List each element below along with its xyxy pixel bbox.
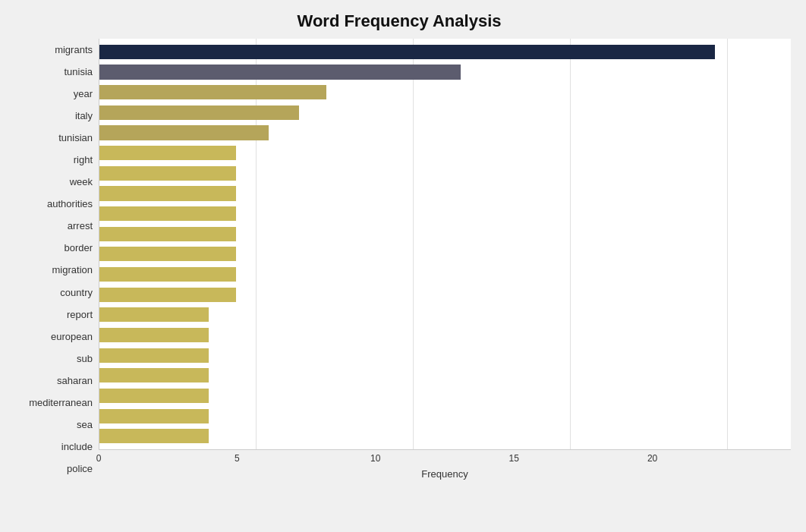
- bar-sub: [99, 328, 209, 342]
- plot-area: 05101520 Frequency: [99, 39, 791, 480]
- bar-mediterranean: [99, 368, 209, 382]
- y-label-european: european: [8, 332, 93, 342]
- y-label-country: country: [8, 288, 93, 297]
- y-label-arrest: arrest: [8, 221, 93, 231]
- x-axis-area: 05101520 Frequency: [99, 450, 791, 480]
- bar-report: [99, 288, 236, 302]
- x-tick-10: 10: [370, 453, 380, 464]
- bar-year: [99, 85, 326, 99]
- bar-italy: [99, 105, 299, 120]
- x-axis: 05101520: [99, 450, 791, 465]
- y-label-include: include: [8, 442, 93, 452]
- x-tick-5: 5: [235, 453, 240, 464]
- bar-week: [99, 166, 236, 181]
- bar-row-right: [99, 143, 783, 163]
- bar-tunisian: [99, 125, 269, 140]
- bar-police: [99, 429, 209, 443]
- bar-row-sea: [99, 386, 783, 406]
- y-label-migration: migration: [8, 265, 93, 275]
- y-label-police: police: [8, 464, 93, 474]
- bar-saharan: [99, 348, 209, 363]
- bar-row-mediterranean: [99, 366, 783, 386]
- bar-row-include: [99, 406, 783, 427]
- bar-sea: [99, 389, 209, 403]
- bar-row-tunisia: [99, 62, 783, 83]
- y-label-year: year: [8, 89, 93, 99]
- y-label-sea: sea: [8, 420, 93, 430]
- x-tick-0: 0: [96, 453, 102, 464]
- bar-authorities: [99, 186, 236, 200]
- bar-migration: [99, 247, 236, 261]
- bar-row-italy: [99, 102, 783, 123]
- bars-wrapper: [99, 39, 791, 450]
- y-label-right: right: [8, 155, 93, 165]
- x-tick-20: 20: [647, 453, 657, 464]
- bar-row-arrest: [99, 203, 783, 224]
- bar-row-report: [99, 285, 783, 305]
- y-label-sub: sub: [8, 354, 93, 364]
- bar-row-saharan: [99, 345, 783, 366]
- y-labels: migrantstunisiayearitalytunisianrightwee…: [8, 39, 99, 480]
- y-label-week: week: [8, 177, 93, 187]
- y-label-mediterranean: mediterranean: [8, 398, 93, 408]
- x-axis-label: Frequency: [99, 468, 791, 480]
- bar-tunisia: [99, 65, 461, 79]
- bar-european: [99, 307, 209, 322]
- chart-container: Word Frequency Analysis migrantstunisiay…: [0, 0, 806, 532]
- y-label-border: border: [8, 243, 93, 253]
- chart-title: Word Frequency Analysis: [8, 8, 791, 31]
- y-label-tunisia: tunisia: [8, 67, 93, 77]
- bar-row-border: [99, 224, 783, 244]
- bar-row-migration: [99, 244, 783, 265]
- bar-arrest: [99, 206, 236, 221]
- bar-row-tunisian: [99, 123, 783, 143]
- bar-row-migrants: [99, 42, 783, 62]
- bar-country: [99, 267, 236, 282]
- bar-row-year: [99, 82, 783, 102]
- bar-migrants: [99, 45, 715, 59]
- y-label-authorities: authorities: [8, 199, 93, 209]
- y-label-tunisian: tunisian: [8, 133, 93, 143]
- bar-row-european: [99, 305, 783, 326]
- bar-row-sub: [99, 325, 783, 345]
- bar-row-authorities: [99, 184, 783, 204]
- y-label-italy: italy: [8, 111, 93, 121]
- bar-border: [99, 227, 236, 241]
- bar-row-week: [99, 163, 783, 184]
- bar-right: [99, 146, 236, 160]
- bar-row-country: [99, 264, 783, 285]
- bar-include: [99, 409, 209, 423]
- y-label-report: report: [8, 310, 93, 320]
- x-tick-15: 15: [509, 453, 519, 464]
- chart-area: migrantstunisiayearitalytunisianrightwee…: [8, 39, 791, 480]
- y-label-migrants: migrants: [8, 45, 93, 55]
- y-label-saharan: saharan: [8, 376, 93, 386]
- bar-row-police: [99, 426, 783, 446]
